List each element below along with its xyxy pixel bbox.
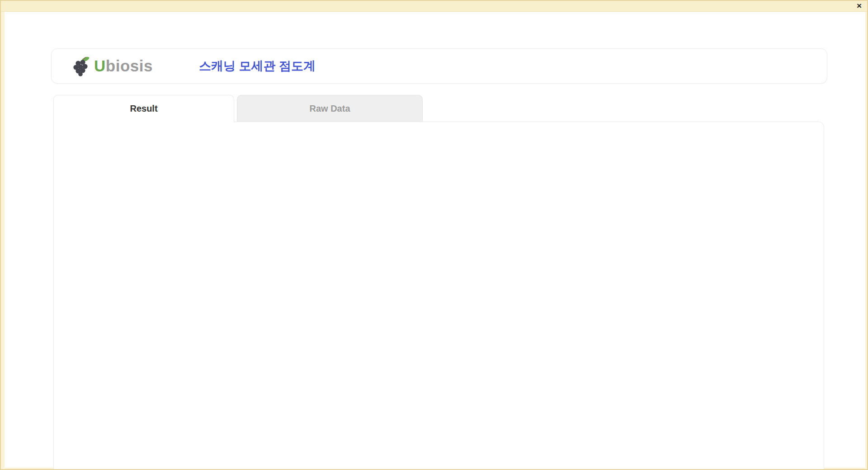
tab-raw-data[interactable]: Raw Data xyxy=(237,95,423,122)
tab-result[interactable]: Result xyxy=(53,95,234,122)
brand-logo: Ubiosis xyxy=(71,56,153,76)
app-content: Ubiosis 스캐닝 모세관 점도계 Result Raw Data File… xyxy=(5,12,865,468)
window-titlebar: × xyxy=(0,0,868,12)
close-icon[interactable]: × xyxy=(857,1,862,10)
header-card: Ubiosis 스캐닝 모세관 점도계 xyxy=(51,48,827,84)
brand-name: Ubiosis xyxy=(94,57,153,75)
page-title: 스캐닝 모세관 점도계 xyxy=(199,58,316,74)
tab-raw-data-label: Raw Data xyxy=(309,103,350,114)
grape-logo-icon xyxy=(71,56,93,76)
tab-result-label: Result xyxy=(130,103,157,114)
result-panel xyxy=(53,122,824,470)
brand-initial: U xyxy=(94,57,106,75)
brand-rest: biosis xyxy=(106,57,153,75)
